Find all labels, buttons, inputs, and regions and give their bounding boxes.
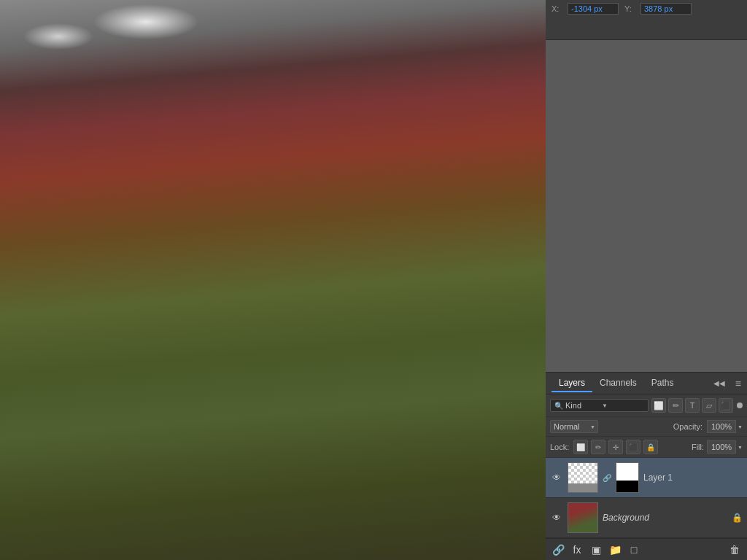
panel-tabs: Layers Channels Paths ◀◀ ≡ [546,373,747,394]
panel-menu-button[interactable]: ≡ [735,378,741,389]
kind-dropdown-icon[interactable]: ▼ [602,402,608,409]
layers-list: 👁 🔗 Layer 1 👁 Background 🔒 [546,458,747,538]
filter-pen-icon[interactable]: ✏ [668,398,683,413]
layer1-visibility-toggle[interactable]: 👁 [550,471,563,484]
filter-row: 🔍 ▼ ⬜ ✏ T ▱ ⬛ [546,394,747,417]
layer1-thumbnail [568,462,598,493]
right-panel: X: -1304 px Y: 3878 px Layers Channels P… [546,0,747,560]
x-label: X: [551,4,562,13]
new-layer-button[interactable]: □ [626,542,642,558]
layer1-mask-thumbnail [616,462,639,493]
tab-paths[interactable]: Paths [644,375,681,392]
lock-move-button[interactable]: ✛ [608,440,623,454]
lock-pixels-button[interactable]: ⬜ [573,440,588,454]
eye-icon-bg: 👁 [552,513,561,523]
lock-label: Lock: [550,443,569,451]
layers-panel: Layers Channels Paths ◀◀ ≡ 🔍 ▼ ⬜ ✏ T ▱ ⬛ [546,372,747,560]
canvas-image [0,0,546,560]
lock-all-button[interactable]: 🔒 [643,440,658,454]
add-mask-button[interactable]: ▣ [588,542,604,558]
background-visibility-toggle[interactable]: 👁 [550,511,563,524]
filter-adj-icon[interactable]: ⬛ [719,398,733,413]
background-thumbnail [568,502,598,533]
filter-toggle-dot[interactable] [737,402,743,408]
add-style-button[interactable]: fx [569,542,585,558]
layer1-name: Layer 1 [643,472,743,483]
background-lock-icon: 🔒 [732,513,743,523]
opacity-control: 100% ▼ [707,420,743,433]
lock-artboard-button[interactable]: ⬛ [626,440,640,454]
panel-collapse-controls: ◀◀ ≡ [712,378,741,389]
tab-layers[interactable]: Layers [551,375,592,392]
fill-label: Fill: [692,443,704,451]
search-icon: 🔍 [554,402,563,410]
background-name: Background [603,513,727,523]
fill-arrow-icon[interactable]: ▼ [738,445,743,450]
opacity-value[interactable]: 100% [707,420,736,433]
collapse-button[interactable]: ◀◀ [712,378,727,389]
layer-item-layer1[interactable]: 👁 🔗 Layer 1 [546,458,747,498]
filter-text-icon[interactable]: T [685,398,700,413]
opacity-label: Opacity: [673,422,703,431]
fill-control: 100% ▼ [707,440,743,454]
blend-mode-row: Normal Dissolve Multiply Screen Overlay … [546,417,747,437]
kind-filter-input[interactable] [565,401,602,410]
properties-area [546,40,747,372]
delete-layer-button[interactable]: 🗑 [727,542,743,558]
layer1-link-icon: 🔗 [603,474,611,482]
layer-item-background[interactable]: 👁 Background 🔒 [546,498,747,538]
lock-row: Lock: ⬜ ✏ ✛ ⬛ 🔒 Fill: 100% ▼ [546,437,747,458]
filter-search[interactable]: 🔍 ▼ [550,399,649,412]
layers-toolbar: 🔗 fx ▣ 📁 □ 🗑 [546,538,747,560]
canvas-area [0,0,546,560]
y-label: Y: [624,4,635,13]
eye-icon: 👁 [552,472,561,483]
opacity-arrow-icon[interactable]: ▼ [738,424,743,429]
info-bar: X: -1304 px Y: 3878 px [546,0,747,40]
link-layers-button[interactable]: 🔗 [550,542,566,558]
blend-mode-select-wrapper[interactable]: Normal Dissolve Multiply Screen Overlay [550,420,598,433]
tab-channels[interactable]: Channels [592,375,644,392]
blend-mode-select[interactable]: Normal Dissolve Multiply Screen Overlay [550,420,598,433]
filter-image-icon[interactable]: ⬜ [651,398,666,413]
fill-value[interactable]: 100% [707,440,736,454]
filter-shape-icon[interactable]: ▱ [702,398,716,413]
lock-position-button[interactable]: ✏ [591,440,605,454]
x-value: -1304 px [568,3,619,15]
filter-icons: ⬜ ✏ T ▱ ⬛ [651,398,743,413]
y-value: 3878 px [640,3,692,15]
new-group-button[interactable]: 📁 [607,542,623,558]
